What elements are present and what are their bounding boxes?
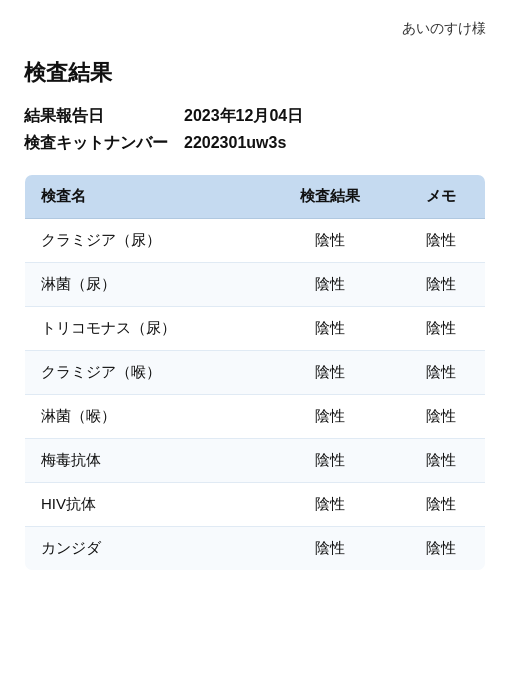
table-cell-0-0: クラミジア（尿）: [25, 219, 265, 263]
table-cell-7-0: カンジダ: [25, 527, 265, 571]
page-title: 検査結果: [24, 58, 486, 88]
col-header-memo: メモ: [396, 175, 486, 219]
col-header-result: 検査結果: [264, 175, 396, 219]
table-cell-6-1: 陰性: [264, 483, 396, 527]
table-cell-4-0: 淋菌（喉）: [25, 395, 265, 439]
table-cell-6-2: 陰性: [396, 483, 486, 527]
table-header-row: 検査名 検査結果 メモ: [25, 175, 486, 219]
kit-label: 検査キットナンバー: [24, 133, 184, 154]
table-cell-1-0: 淋菌（尿）: [25, 263, 265, 307]
table-cell-0-2: 陰性: [396, 219, 486, 263]
table-cell-6-0: HIV抗体: [25, 483, 265, 527]
date-row: 結果報告日 2023年12月04日: [24, 106, 486, 127]
table-row: 淋菌（尿）陰性陰性: [25, 263, 486, 307]
table-cell-3-0: クラミジア（喉）: [25, 351, 265, 395]
table-cell-7-2: 陰性: [396, 527, 486, 571]
table-cell-5-0: 梅毒抗体: [25, 439, 265, 483]
table-row: 梅毒抗体陰性陰性: [25, 439, 486, 483]
table-cell-7-1: 陰性: [264, 527, 396, 571]
table-cell-1-1: 陰性: [264, 263, 396, 307]
table-row: 淋菌（喉）陰性陰性: [25, 395, 486, 439]
table-cell-5-2: 陰性: [396, 439, 486, 483]
table-row: クラミジア（尿）陰性陰性: [25, 219, 486, 263]
table-row: クラミジア（喉）陰性陰性: [25, 351, 486, 395]
table-cell-4-1: 陰性: [264, 395, 396, 439]
date-value: 2023年12月04日: [184, 106, 303, 127]
table-row: トリコモナス（尿）陰性陰性: [25, 307, 486, 351]
user-name: あいのすけ様: [24, 20, 486, 38]
table-cell-2-0: トリコモナス（尿）: [25, 307, 265, 351]
table-cell-2-1: 陰性: [264, 307, 396, 351]
table-cell-1-2: 陰性: [396, 263, 486, 307]
date-label: 結果報告日: [24, 106, 184, 127]
table-row: カンジダ陰性陰性: [25, 527, 486, 571]
table-cell-5-1: 陰性: [264, 439, 396, 483]
kit-row: 検査キットナンバー 2202301uw3s: [24, 133, 486, 154]
col-header-name: 検査名: [25, 175, 265, 219]
results-table: 検査名 検査結果 メモ クラミジア（尿）陰性陰性淋菌（尿）陰性陰性トリコモナス（…: [24, 174, 486, 571]
table-cell-3-1: 陰性: [264, 351, 396, 395]
table-cell-0-1: 陰性: [264, 219, 396, 263]
table-row: HIV抗体陰性陰性: [25, 483, 486, 527]
kit-value: 2202301uw3s: [184, 134, 286, 152]
table-cell-3-2: 陰性: [396, 351, 486, 395]
table-cell-4-2: 陰性: [396, 395, 486, 439]
table-cell-2-2: 陰性: [396, 307, 486, 351]
info-section: 結果報告日 2023年12月04日 検査キットナンバー 2202301uw3s: [24, 106, 486, 154]
